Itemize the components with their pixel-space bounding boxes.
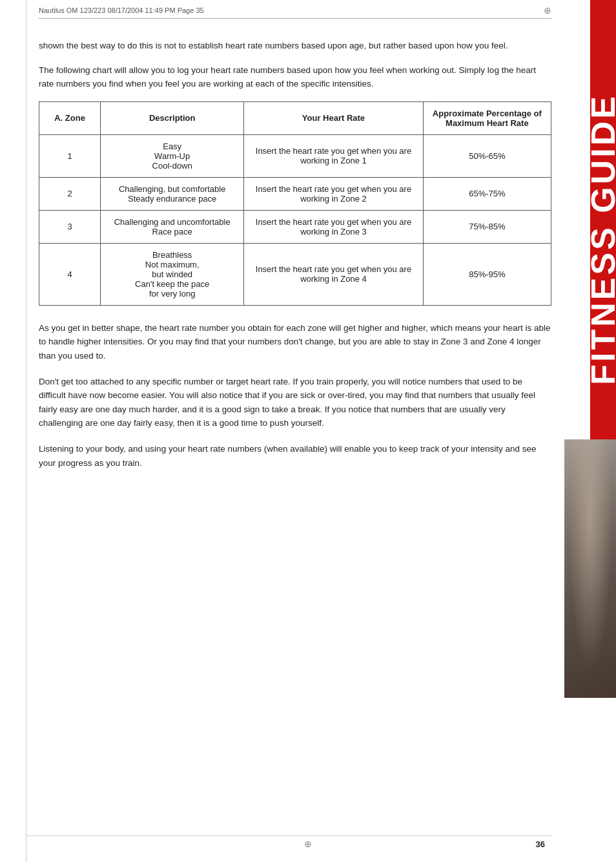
hr-3: Insert the heart rate you get when you a… xyxy=(244,210,424,243)
table-row: 1 EasyWarm-UpCool-down Insert the heart … xyxy=(39,134,551,177)
body-paragraph-2: Don't get too attached to any specific n… xyxy=(39,375,551,430)
table-row: 2 Challenging, but comfortableSteady end… xyxy=(39,177,551,210)
desc-1: EasyWarm-UpCool-down xyxy=(101,134,244,177)
sidebar-photo-overlay xyxy=(564,439,616,698)
sidebar-title: FITNESS GUIDE xyxy=(586,94,616,385)
zone-2: 2 xyxy=(39,177,101,210)
intro-paragraph-2: The following chart will allow you to lo… xyxy=(39,63,551,91)
hr-2: Insert the heart rate you get when you a… xyxy=(244,177,424,210)
table-header-row: A. Zone Description Your Heart Rate Appr… xyxy=(39,101,551,134)
col-header-percentage: Approximate Percentage of Maximum Heart … xyxy=(423,101,551,134)
desc-2: Challenging, but comfortableSteady endur… xyxy=(101,177,244,210)
pct-2: 65%-75% xyxy=(423,177,551,210)
sidebar-photo xyxy=(564,439,616,698)
table-row: 4 BreathlessNot maximum,but windedCan't … xyxy=(39,243,551,305)
body-paragraph-1: As you get in better shape, the heart ra… xyxy=(39,321,551,363)
body-paragraph-3: Listening to your body, and using your h… xyxy=(39,442,551,470)
main-content: shown the best way to do this is not to … xyxy=(39,26,551,836)
pct-1: 50%-65% xyxy=(423,134,551,177)
zone-3: 3 xyxy=(39,210,101,243)
pct-4: 85%-95% xyxy=(423,243,551,305)
heart-rate-table: A. Zone Description Your Heart Rate Appr… xyxy=(39,101,551,306)
col-header-heart-rate: Your Heart Rate xyxy=(244,101,424,134)
zone-1: 1 xyxy=(39,134,101,177)
sidebar-text-container: FITNESS GUIDE xyxy=(590,39,616,439)
hr-1: Insert the heart rate you get when you a… xyxy=(244,134,424,177)
table-row: 3 Challenging and uncomfortableRace pace… xyxy=(39,210,551,243)
col-header-zone: A. Zone xyxy=(39,101,101,134)
zone-4: 4 xyxy=(39,243,101,305)
sidebar-right: FITNESS GUIDE xyxy=(564,0,616,862)
registration-mark-top: ⊕ xyxy=(544,5,551,16)
registration-mark-bottom: ⊕ xyxy=(304,839,312,849)
desc-4: BreathlessNot maximum,but windedCan't ke… xyxy=(101,243,244,305)
page-number: 36 xyxy=(536,839,545,849)
hr-4: Insert the heart rate you get when you a… xyxy=(244,243,424,305)
desc-3: Challenging and uncomfortableRace pace xyxy=(101,210,244,243)
page-header: Nautilus OM 123/223 08/17/2004 11:49 PM … xyxy=(39,5,551,19)
col-header-description: Description xyxy=(101,101,244,134)
left-border xyxy=(26,0,26,862)
pct-3: 75%-85% xyxy=(423,210,551,243)
intro-paragraph-1: shown the best way to do this is not to … xyxy=(39,39,551,53)
header-text: Nautilus OM 123/223 08/17/2004 11:49 PM … xyxy=(39,6,204,14)
